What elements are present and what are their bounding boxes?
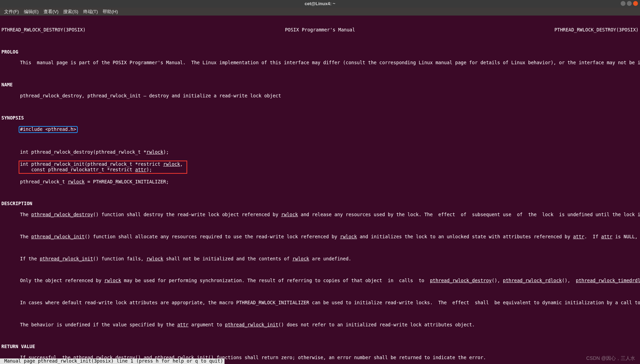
desc-p4: Only the object referenced by rwlock may… xyxy=(1,278,639,284)
header-center: POSIX Programmer's Manual xyxy=(285,27,355,33)
section-synopsis: SYNOPSIS xyxy=(1,115,639,121)
desc-p5: In cases where default read-write lock a… xyxy=(1,300,639,306)
name-body: pthread_rwlock_destroy, pthread_rwlock_i… xyxy=(1,93,639,99)
section-name: NAME xyxy=(1,82,639,88)
titlebar: cet@Linux4: ~ xyxy=(0,0,640,8)
menu-help[interactable]: 帮助(H) xyxy=(101,8,120,16)
menu-edit[interactable]: 编辑(E) xyxy=(22,8,41,16)
highlight-include: #include <pthread.h> xyxy=(19,126,78,133)
menu-terminal[interactable]: 终端(T) xyxy=(81,8,100,16)
header-left: PTHREAD_RWLOCK_DESTROY(3POSIX) xyxy=(1,27,86,33)
close-icon[interactable] xyxy=(633,1,638,6)
watermark: CSDN @因心，三人水 xyxy=(586,355,635,361)
status-line: Manual page pthread_rwlock_init(3posix) … xyxy=(0,358,225,364)
terminal[interactable]: PTHREAD_RWLOCK_DESTROY(3POSIX)POSIX Prog… xyxy=(0,16,640,364)
synopsis-destroy: int pthread_rwlock_destroy(pthread_rwloc… xyxy=(1,150,639,155)
desc-p3: If the pthread_rwlock_init() function fa… xyxy=(1,256,639,262)
desc-p2: The pthread_rwlock_init() function shall… xyxy=(1,234,639,240)
window-buttons xyxy=(621,1,638,6)
highlight-init: int pthread_rwlock_init(pthread_rwlock_t… xyxy=(19,161,187,174)
synopsis-initializer: pthread_rwlock_t rwlock = PTHREAD_RWLOCK… xyxy=(1,179,639,185)
menu-view[interactable]: 查看(V) xyxy=(41,8,60,16)
desc-p1: The pthread_rwlock_destroy() function sh… xyxy=(1,212,639,218)
menu-search[interactable]: 搜索(S) xyxy=(61,8,80,16)
menu-file[interactable]: 文件(F) xyxy=(2,8,21,16)
section-description: DESCRIPTION xyxy=(1,201,639,207)
desc-p6: The behavior is undefined if the value s… xyxy=(1,322,639,328)
minimize-icon[interactable] xyxy=(621,1,625,6)
synopsis-include: #include <pthread.h> xyxy=(20,126,76,132)
window-title: cet@Linux4: ~ xyxy=(305,1,335,6)
header-right: PTHREAD_RWLOCK_DESTROY(3POSIX) xyxy=(554,27,639,33)
manpage-content: PTHREAD_RWLOCK_DESTROY(3POSIX)POSIX Prog… xyxy=(1,22,639,364)
section-prolog: PROLOG xyxy=(1,49,639,55)
menubar: 文件(F) 编辑(E) 查看(V) 搜索(S) 终端(T) 帮助(H) xyxy=(0,8,640,16)
maximize-icon[interactable] xyxy=(627,1,632,6)
prolog-body: This manual page is part of the POSIX Pr… xyxy=(1,60,639,66)
section-return-value: RETURN VALUE xyxy=(1,344,639,349)
